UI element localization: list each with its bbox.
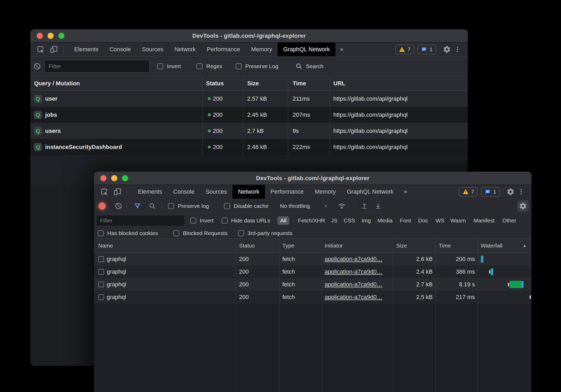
row-checkbox[interactable] — [98, 256, 104, 262]
device-toolbar-icon[interactable] — [50, 43, 58, 56]
request-row[interactable]: graphql 200 fetch application-a7ca9d0… 2… — [94, 253, 531, 265]
request-row[interactable]: graphql 200 fetch application-a7ca9d0… 2… — [94, 265, 531, 278]
more-tabs-chevron[interactable]: » — [399, 185, 412, 199]
device-toolbar-icon[interactable] — [114, 185, 121, 199]
invert-checkbox[interactable] — [157, 63, 163, 69]
type-filter-media[interactable]: Media — [377, 217, 392, 224]
has-blocked-cookies-label[interactable]: Has blocked cookies — [107, 230, 158, 236]
hide-data-urls-label[interactable]: Hide data URLs — [231, 217, 270, 224]
type-filter-other[interactable]: Other — [502, 217, 516, 224]
warnings-badge[interactable]: 7 — [459, 187, 478, 197]
preserve-log-checkbox[interactable] — [236, 63, 242, 69]
initiator-link[interactable]: application-a7ca9d0… — [325, 291, 382, 304]
search-icon[interactable] — [149, 202, 156, 210]
warnings-badge[interactable]: 7 — [395, 45, 414, 54]
tab-graphql-network[interactable]: GraphQL Network — [278, 43, 335, 56]
dropdown-arrow-icon[interactable]: ▾ — [325, 204, 327, 208]
type-filter-fetch-xhr[interactable]: Fetch/XHR — [298, 217, 325, 224]
tab-console[interactable]: Console — [104, 43, 137, 56]
col-waterfall[interactable]: Waterfall — [481, 239, 502, 253]
table-row[interactable]: Q user 200 2.57 kB 211ms https://gitlab.… — [30, 91, 468, 107]
tab-elements[interactable]: Elements — [132, 185, 168, 199]
blocked-requests-label[interactable]: Blocked Requests — [183, 230, 227, 236]
tab-console[interactable]: Console — [168, 185, 200, 199]
inspect-icon[interactable] — [37, 43, 45, 56]
export-har-icon[interactable] — [375, 202, 382, 209]
row-checkbox[interactable] — [98, 294, 104, 300]
preserve-log-checkbox[interactable] — [168, 203, 174, 209]
invert-label[interactable]: Invert — [200, 217, 214, 224]
table-row[interactable]: Q instanceSecurityDashboard 200 2.48 kB … — [30, 139, 468, 155]
col-time[interactable]: Time — [293, 76, 306, 90]
hide-data-urls-checkbox[interactable] — [222, 218, 228, 224]
regex-label[interactable]: Regex — [206, 63, 222, 69]
maximize-button[interactable] — [122, 175, 128, 181]
type-filter-js[interactable]: JS — [331, 217, 338, 224]
network-settings-gear-button[interactable] — [517, 200, 529, 212]
row-checkbox[interactable] — [98, 269, 104, 275]
col-status[interactable]: Status — [206, 76, 224, 90]
initiator-link[interactable]: application-a7ca9d0… — [325, 253, 382, 265]
disable-cache-checkbox[interactable] — [224, 203, 230, 209]
disable-cache-label[interactable]: Disable cache — [234, 203, 269, 209]
type-filter-font[interactable]: Font — [400, 217, 411, 224]
col-time[interactable]: Time — [439, 239, 451, 253]
table-row[interactable]: Q jobs 200 2.45 kB 207ms https://gitlab.… — [30, 107, 468, 123]
close-button[interactable] — [37, 33, 43, 39]
tab-sources[interactable]: Sources — [200, 185, 232, 199]
col-size[interactable]: Size — [396, 239, 407, 253]
settings-gear-icon[interactable] — [443, 45, 451, 53]
third-party-requests-checkbox[interactable] — [238, 230, 244, 236]
preserve-log-label[interactable]: Preserve log — [178, 203, 209, 209]
type-filter-css[interactable]: CSS — [344, 217, 355, 224]
kebab-menu-icon[interactable] — [454, 46, 461, 53]
initiator-link[interactable]: application-a7ca9d0… — [325, 278, 382, 291]
col-size[interactable]: Size — [247, 76, 259, 90]
close-button[interactable] — [100, 175, 106, 181]
table-row[interactable]: Q users 200 2.7 kB 9s https://gitlab.com… — [30, 123, 468, 139]
record-button[interactable] — [99, 202, 106, 209]
third-party-requests-label[interactable]: 3rd-party requests — [247, 230, 292, 236]
has-blocked-cookies-checkbox[interactable] — [98, 230, 104, 236]
tab-elements[interactable]: Elements — [69, 43, 104, 56]
request-row[interactable]: graphql 200 fetch application-a7ca9d0… 2… — [94, 278, 531, 291]
invert-label[interactable]: Invert — [167, 63, 181, 69]
clear-icon[interactable] — [115, 202, 122, 209]
filter-funnel-icon[interactable] — [134, 202, 141, 209]
sort-ascending-icon[interactable]: ▲ — [522, 243, 527, 248]
issues-badge[interactable]: 1 — [417, 45, 436, 54]
tab-performance[interactable]: Performance — [265, 185, 309, 199]
type-filter-all[interactable]: All — [277, 216, 289, 225]
titlebar-back[interactable]: DevTools - gitlab.com/-/graphql-explorer — [30, 29, 468, 43]
invert-checkbox[interactable] — [190, 218, 196, 224]
type-filter-ws[interactable]: WS — [436, 217, 445, 224]
col-initiator[interactable]: Initiator — [325, 239, 343, 253]
request-row[interactable]: graphql 200 fetch application-a7ca9d0… 2… — [94, 291, 531, 304]
col-query-mutation[interactable]: Query / Mutation — [34, 76, 80, 90]
inspect-icon[interactable] — [100, 185, 108, 199]
type-filter-manifest[interactable]: Manifest — [474, 217, 494, 224]
tab-graphql-network[interactable]: GraphQL Network — [341, 185, 399, 199]
initiator-link[interactable]: application-a7ca9d0… — [325, 265, 382, 278]
more-tabs-chevron[interactable]: » — [335, 43, 348, 56]
filter-input[interactable] — [44, 60, 150, 73]
search-icon[interactable] — [295, 63, 303, 70]
maximize-button[interactable] — [58, 33, 64, 39]
kebab-menu-icon[interactable] — [518, 188, 525, 195]
minimize-button[interactable] — [48, 33, 54, 39]
tab-network[interactable]: Network — [169, 43, 201, 56]
titlebar-front[interactable]: DevTools - gitlab.com/-/graphql-explorer — [94, 172, 531, 185]
throttling-select[interactable]: No throttling — [280, 203, 310, 209]
col-url[interactable]: URL — [333, 76, 345, 90]
row-checkbox[interactable] — [98, 282, 104, 287]
tab-performance[interactable]: Performance — [201, 43, 246, 56]
tab-memory[interactable]: Memory — [309, 185, 341, 199]
tab-network[interactable]: Network — [232, 185, 265, 199]
type-filter-doc[interactable]: Doc — [418, 217, 428, 224]
network-conditions-icon[interactable] — [338, 202, 346, 210]
type-filter-img[interactable]: Img — [362, 217, 371, 224]
tab-memory[interactable]: Memory — [246, 43, 278, 56]
col-type[interactable]: Type — [282, 239, 294, 253]
type-filter-wasm[interactable]: Wasm — [450, 217, 466, 224]
preserve-log-label[interactable]: Preserve Log — [245, 63, 278, 69]
